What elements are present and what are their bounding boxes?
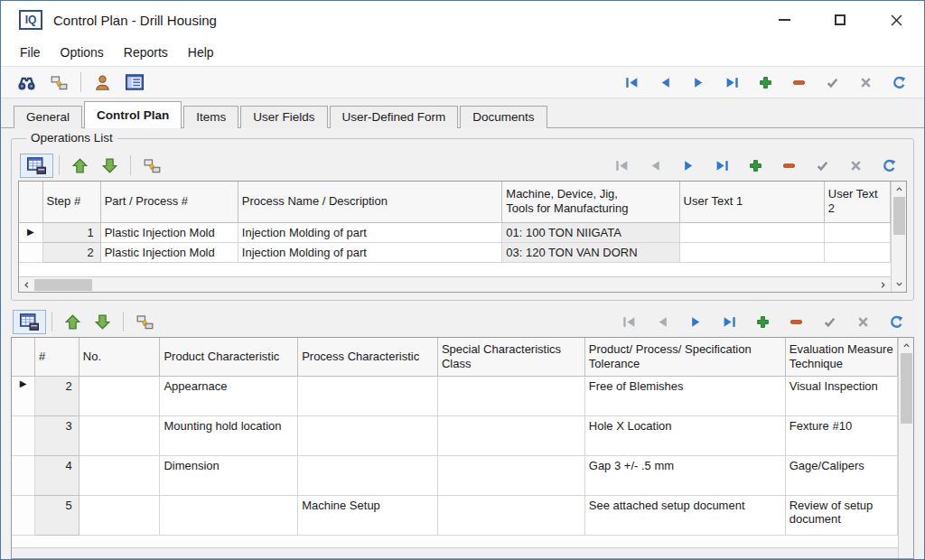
row-selector[interactable]	[19, 242, 42, 262]
cell-product[interactable]	[160, 495, 298, 535]
next-record-button[interactable]	[686, 313, 706, 331]
add-record-button[interactable]	[745, 156, 766, 175]
tab-user-fields[interactable]: User Fields	[240, 106, 327, 128]
scrollbar-thumb[interactable]	[901, 353, 912, 424]
close-button[interactable]	[868, 1, 924, 39]
refresh-button[interactable]	[879, 156, 900, 175]
last-record-button[interactable]	[722, 73, 743, 92]
cell-part-process[interactable]: Plastic Injection Mold	[100, 222, 238, 242]
cell-process-name[interactable]: Injection Molding of part	[238, 242, 501, 262]
cell-product[interactable]: Dimension	[160, 455, 298, 495]
cell-evaluation[interactable]: Gage/Calipers	[785, 455, 897, 495]
scrollbar-track[interactable]	[92, 277, 875, 292]
first-record-button[interactable]	[619, 313, 640, 331]
refresh-button[interactable]	[889, 73, 910, 92]
cell-process-name[interactable]: Injection Molding of part	[238, 222, 501, 242]
cell-user-text-2[interactable]	[824, 222, 890, 242]
delete-record-button[interactable]	[779, 156, 799, 175]
scrollbar-thumb[interactable]	[893, 197, 905, 235]
cell-special[interactable]	[437, 376, 584, 415]
search-button[interactable]	[10, 70, 43, 95]
details-form-button[interactable]	[118, 70, 151, 94]
copy-link-button[interactable]	[136, 154, 168, 178]
move-down-button[interactable]	[88, 311, 117, 333]
cell-product[interactable]: Mounting hold location	[160, 415, 298, 455]
cell-machine[interactable]: 01: 100 TON NIIGATA	[502, 222, 679, 242]
scrollbar-track[interactable]	[899, 424, 913, 558]
cell-user-text-2[interactable]	[824, 242, 890, 262]
cell-process[interactable]	[298, 415, 438, 455]
cell-number[interactable]: 5	[34, 495, 79, 535]
first-record-button[interactable]	[612, 156, 632, 175]
cell-no[interactable]	[79, 376, 160, 415]
tab-control-plan[interactable]: Control Plan	[84, 101, 182, 129]
cell-number[interactable]: 2	[34, 376, 79, 415]
scrollbar-track[interactable]	[892, 235, 906, 276]
cell-product[interactable]: Appearnace	[160, 376, 298, 415]
next-record-button[interactable]	[678, 156, 699, 175]
first-record-button[interactable]	[621, 73, 642, 92]
cell-user-text-1[interactable]	[679, 222, 824, 242]
cell-part-process[interactable]: Plastic Injection Mold	[100, 242, 238, 262]
menu-file[interactable]: File	[10, 42, 51, 63]
last-record-button[interactable]	[712, 156, 733, 175]
add-record-button[interactable]	[752, 313, 773, 331]
cell-step[interactable]: 1	[42, 222, 100, 242]
cell-tolerance[interactable]: See attached setup document	[584, 495, 785, 535]
move-down-button[interactable]	[95, 154, 125, 177]
scroll-up-button[interactable]	[899, 338, 914, 353]
scroll-down-button[interactable]	[892, 276, 907, 292]
horizontal-scrollbar[interactable]	[12, 547, 898, 558]
menu-help[interactable]: Help	[178, 42, 224, 63]
move-up-button[interactable]	[65, 154, 95, 177]
row-selector[interactable]: ▶	[12, 376, 34, 415]
cancel-edit-button[interactable]	[846, 156, 866, 175]
post-edit-button[interactable]	[812, 156, 833, 175]
vertical-scrollbar[interactable]	[891, 182, 906, 292]
scroll-left-button[interactable]	[19, 277, 34, 293]
cell-evaluation[interactable]: Review of setup document	[785, 495, 897, 535]
delete-record-button[interactable]	[789, 73, 809, 92]
cell-step[interactable]: 2	[42, 242, 100, 262]
horizontal-scrollbar[interactable]	[19, 276, 891, 292]
tab-user-defined-form[interactable]: User-Defined Form	[330, 106, 459, 128]
cell-evaluation[interactable]: Fexture #10	[785, 415, 897, 455]
cell-tolerance[interactable]: Hole X Location	[584, 415, 785, 455]
cell-machine[interactable]: 03: 120 TON VAN DORN	[502, 242, 679, 262]
minimize-button[interactable]	[756, 1, 812, 39]
row-selector[interactable]	[12, 415, 34, 455]
previous-record-button[interactable]	[652, 313, 673, 331]
cell-special[interactable]	[437, 455, 584, 495]
cell-number[interactable]: 4	[34, 455, 79, 495]
copy-link-button[interactable]	[129, 310, 161, 334]
copy-link-button[interactable]	[43, 70, 75, 95]
cell-tolerance[interactable]: Free of Blemishes	[584, 376, 785, 415]
cell-process[interactable]	[298, 376, 438, 415]
tab-documents[interactable]: Documents	[460, 106, 547, 128]
menu-options[interactable]: Options	[51, 42, 114, 63]
row-selector[interactable]: ▶	[19, 222, 42, 242]
user-button[interactable]	[87, 70, 118, 95]
grid-view-button[interactable]	[13, 310, 46, 334]
delete-record-button[interactable]	[786, 313, 807, 331]
refresh-button[interactable]	[886, 313, 907, 331]
scroll-right-button[interactable]	[875, 277, 891, 293]
next-record-button[interactable]	[688, 73, 709, 92]
cell-no[interactable]	[79, 495, 160, 535]
scrollbar-thumb[interactable]	[34, 279, 92, 291]
tab-general[interactable]: General	[14, 106, 82, 128]
scroll-up-button[interactable]	[892, 182, 907, 197]
vertical-scrollbar[interactable]	[898, 338, 913, 558]
row-selector[interactable]	[12, 495, 34, 535]
cell-special[interactable]	[437, 415, 584, 455]
cell-process[interactable]	[298, 455, 438, 495]
cell-user-text-1[interactable]	[679, 242, 824, 262]
cell-tolerance[interactable]: Gap 3 +/- .5 mm	[584, 455, 785, 495]
add-record-button[interactable]	[755, 73, 776, 92]
cancel-edit-button[interactable]	[853, 313, 874, 331]
last-record-button[interactable]	[719, 313, 740, 331]
cancel-edit-button[interactable]	[855, 73, 876, 92]
cell-no[interactable]	[79, 455, 160, 495]
maximize-button[interactable]	[812, 1, 868, 39]
cell-evaluation[interactable]: Visual Inspection	[785, 376, 897, 415]
